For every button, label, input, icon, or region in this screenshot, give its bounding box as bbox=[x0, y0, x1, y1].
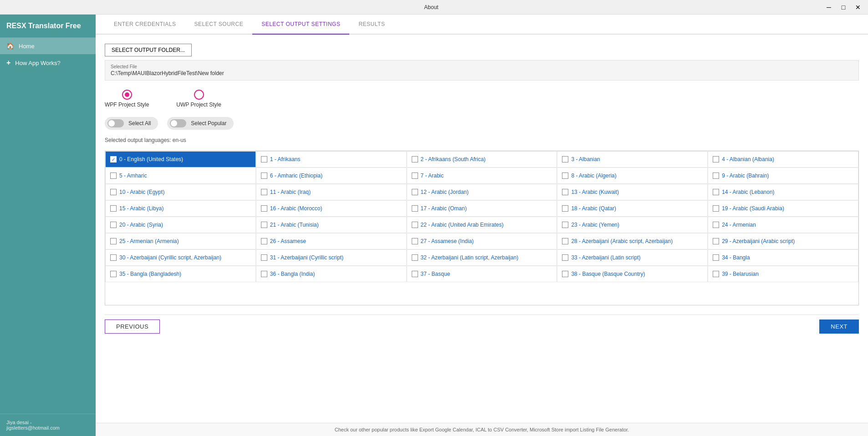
lang-label-0: 0 - English (United States) bbox=[119, 156, 183, 162]
language-item-9[interactable]: 9 - Arabic (Bahrain) bbox=[708, 167, 858, 184]
lang-checkbox-1 bbox=[261, 156, 267, 162]
tab-select-output-settings[interactable]: SELECT OUTPUT SETTINGS bbox=[252, 15, 349, 35]
lang-checkbox-17 bbox=[412, 205, 418, 212]
language-item-2[interactable]: 2 - Afrikaans (South Africa) bbox=[407, 151, 557, 167]
language-item-35[interactable]: 35 - Bangla (Bangladesh) bbox=[105, 266, 256, 282]
app-title: RESX Translator Free bbox=[0, 15, 96, 38]
select-output-folder-button[interactable]: SELECT OUTPUT FOLDER... bbox=[105, 44, 192, 56]
language-item-22[interactable]: 22 - Arabic (United Arab Emirates) bbox=[407, 217, 557, 233]
language-grid-container[interactable]: 0 - English (United States)1 - Afrikaans… bbox=[105, 151, 859, 305]
previous-button[interactable]: PREVIOUS bbox=[105, 319, 160, 334]
lang-checkbox-8 bbox=[562, 172, 568, 179]
lang-label-22: 22 - Arabic (United Arab Emirates) bbox=[421, 222, 504, 228]
language-item-3[interactable]: 3 - Albanian bbox=[557, 151, 708, 167]
sidebar-user: Jiya desai - jigsletters@hotmail.com bbox=[0, 414, 96, 436]
language-item-23[interactable]: 23 - Arabic (Yemen) bbox=[557, 217, 708, 233]
language-item-30[interactable]: 30 - Azerbaijani (Cyrillic script, Azerb… bbox=[105, 249, 256, 266]
language-item-31[interactable]: 31 - Azerbaijani (Cyrillic script) bbox=[256, 249, 407, 266]
lang-label-12: 12 - Arabic (Jordan) bbox=[421, 189, 469, 195]
lang-label-11: 11 - Arabic (Iraq) bbox=[270, 189, 311, 195]
lang-checkbox-2 bbox=[412, 156, 418, 162]
lang-checkbox-31 bbox=[261, 254, 267, 261]
language-item-36[interactable]: 36 - Bangla (India) bbox=[256, 266, 407, 282]
language-item-27[interactable]: 27 - Assamese (India) bbox=[407, 233, 557, 249]
language-item-18[interactable]: 18 - Arabic (Qatar) bbox=[557, 200, 708, 217]
language-item-32[interactable]: 32 - Azerbaijani (Latin script, Azerbaij… bbox=[407, 249, 557, 266]
language-item-10[interactable]: 10 - Arabic (Egypt) bbox=[105, 184, 256, 200]
language-item-34[interactable]: 34 - Bangla bbox=[708, 249, 858, 266]
lang-label-4: 4 - Albanian (Albania) bbox=[722, 156, 774, 162]
language-item-13[interactable]: 13 - Arabic (Kuwait) bbox=[557, 184, 708, 200]
language-item-0[interactable]: 0 - English (United States) bbox=[105, 151, 256, 167]
tab-results[interactable]: RESULTS bbox=[349, 15, 394, 35]
lang-label-26: 26 - Assamese bbox=[270, 238, 306, 244]
language-item-28[interactable]: 28 - Azerbaijani (Arabic script, Azerbai… bbox=[557, 233, 708, 249]
tab-select-source[interactable]: SELECT SOURCE bbox=[185, 15, 253, 35]
wpf-project-style-radio[interactable]: WPF Project Style bbox=[105, 90, 149, 108]
language-item-1[interactable]: 1 - Afrikaans bbox=[256, 151, 407, 167]
lang-label-14: 14 - Arabic (Lebanon) bbox=[722, 189, 774, 195]
language-item-38[interactable]: 38 - Basque (Basque Country) bbox=[557, 266, 708, 282]
lang-label-16: 16 - Arabic (Morocco) bbox=[270, 205, 322, 212]
language-item-29[interactable]: 29 - Azerbaijani (Arabic script) bbox=[708, 233, 858, 249]
language-item-39[interactable]: 39 - Belarusian bbox=[708, 266, 858, 282]
title-bar: About ─ □ ✕ bbox=[0, 0, 868, 15]
lang-checkbox-35 bbox=[110, 271, 117, 277]
close-button[interactable]: ✕ bbox=[852, 1, 864, 14]
language-item-26[interactable]: 26 - Assamese bbox=[256, 233, 407, 249]
about-link[interactable]: About bbox=[424, 4, 438, 10]
lang-checkbox-9 bbox=[713, 172, 719, 179]
lang-checkbox-21 bbox=[261, 222, 267, 228]
lang-checkbox-30 bbox=[110, 254, 117, 261]
sidebar-item-home[interactable]: 🏠 Home bbox=[0, 38, 96, 54]
language-item-5[interactable]: 5 - Amharic bbox=[105, 167, 256, 184]
lang-label-19: 19 - Arabic (Saudi Arabia) bbox=[722, 205, 784, 212]
lang-checkbox-10 bbox=[110, 189, 117, 195]
language-item-16[interactable]: 16 - Arabic (Morocco) bbox=[256, 200, 407, 217]
lang-checkbox-25 bbox=[110, 238, 117, 244]
language-item-6[interactable]: 6 - Amharic (Ethiopia) bbox=[256, 167, 407, 184]
next-button[interactable]: NEXT bbox=[819, 319, 859, 334]
language-item-14[interactable]: 14 - Arabic (Lebanon) bbox=[708, 184, 858, 200]
language-item-15[interactable]: 15 - Arabic (Libya) bbox=[105, 200, 256, 217]
uwp-project-style-radio[interactable]: UWP Project Style bbox=[176, 90, 221, 108]
language-item-19[interactable]: 19 - Arabic (Saudi Arabia) bbox=[708, 200, 858, 217]
lang-checkbox-5 bbox=[110, 172, 117, 179]
maximize-button[interactable]: □ bbox=[837, 1, 850, 14]
sidebar-nav: 🏠 Home + How App Works? bbox=[0, 38, 96, 414]
lang-label-35: 35 - Bangla (Bangladesh) bbox=[119, 271, 181, 277]
language-item-17[interactable]: 17 - Arabic (Oman) bbox=[407, 200, 557, 217]
folder-selector-section: SELECT OUTPUT FOLDER... Selected File C:… bbox=[105, 44, 859, 81]
select-all-switch bbox=[107, 119, 124, 127]
lang-checkbox-39 bbox=[713, 271, 719, 277]
language-item-21[interactable]: 21 - Arabic (Tunisia) bbox=[256, 217, 407, 233]
toggle-group: Select All Select Popular bbox=[105, 117, 859, 130]
language-item-37[interactable]: 37 - Basque bbox=[407, 266, 557, 282]
lang-label-37: 37 - Basque bbox=[421, 271, 450, 277]
lang-checkbox-4 bbox=[713, 156, 719, 162]
project-style-group: WPF Project Style UWP Project Style bbox=[105, 88, 859, 110]
language-item-8[interactable]: 8 - Arabic (Algeria) bbox=[557, 167, 708, 184]
lang-label-34: 34 - Bangla bbox=[722, 254, 750, 261]
select-popular-toggle[interactable]: Select Popular bbox=[167, 117, 234, 130]
language-item-12[interactable]: 12 - Arabic (Jordan) bbox=[407, 184, 557, 200]
language-item-33[interactable]: 33 - Azerbaijani (Latin script) bbox=[557, 249, 708, 266]
lang-checkbox-11 bbox=[261, 189, 267, 195]
language-item-7[interactable]: 7 - Arabic bbox=[407, 167, 557, 184]
language-item-25[interactable]: 25 - Armenian (Armenia) bbox=[105, 233, 256, 249]
lang-label-8: 8 - Arabic (Algeria) bbox=[571, 172, 616, 179]
language-item-20[interactable]: 20 - Arabic (Syria) bbox=[105, 217, 256, 233]
language-item-4[interactable]: 4 - Albanian (Albania) bbox=[708, 151, 858, 167]
minimize-button[interactable]: ─ bbox=[822, 1, 835, 14]
language-item-11[interactable]: 11 - Arabic (Iraq) bbox=[256, 184, 407, 200]
sidebar-item-how-app-works-label: How App Works? bbox=[15, 60, 60, 66]
bottom-bar: PREVIOUS NEXT bbox=[105, 314, 859, 334]
select-all-toggle[interactable]: Select All bbox=[105, 117, 158, 130]
language-item-24[interactable]: 24 - Armenian bbox=[708, 217, 858, 233]
wpf-radio-label: WPF Project Style bbox=[105, 101, 149, 108]
tab-enter-credentials[interactable]: ENTER CREDENTIALS bbox=[105, 15, 185, 35]
main-content: ENTER CREDENTIALS SELECT SOURCE SELECT O… bbox=[96, 15, 868, 436]
select-popular-label: Select Popular bbox=[191, 120, 226, 127]
sidebar-item-how-app-works[interactable]: + How App Works? bbox=[0, 54, 96, 71]
lang-label-30: 30 - Azerbaijani (Cyrillic script, Azerb… bbox=[119, 254, 221, 261]
